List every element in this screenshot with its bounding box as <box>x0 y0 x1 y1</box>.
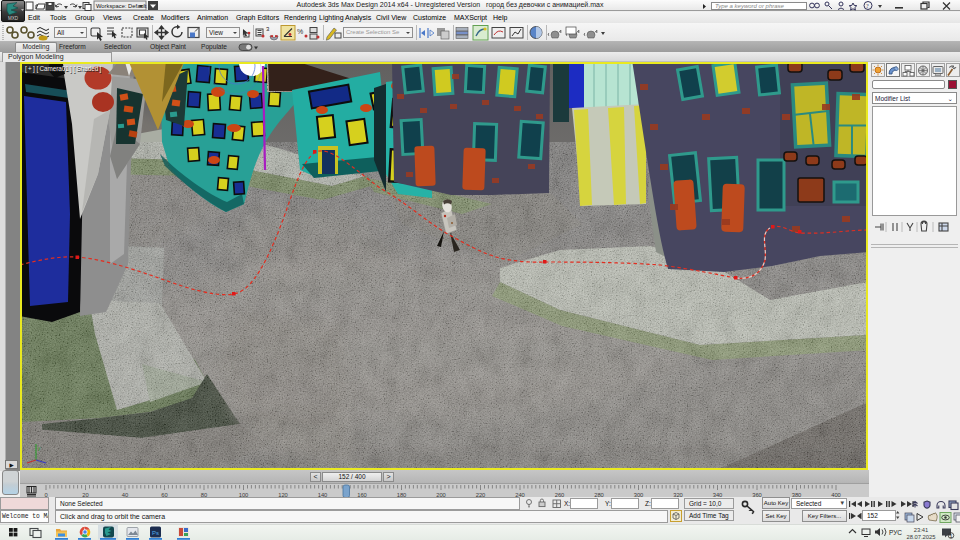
svg-text:28.07.2025: 28.07.2025 <box>906 534 935 540</box>
svg-text:MXD: MXD <box>8 16 19 21</box>
svg-text:3: 3 <box>266 26 270 32</box>
svg-text:1: 1 <box>949 533 952 539</box>
svg-text:РУС: РУС <box>889 529 902 536</box>
svg-text:Workspace: Default: Workspace: Default <box>96 3 147 9</box>
svg-text:?: ? <box>866 3 869 9</box>
svg-text:23:41: 23:41 <box>914 527 929 533</box>
svg-text:Ps: Ps <box>152 530 159 536</box>
svg-text:%: % <box>297 28 303 35</box>
